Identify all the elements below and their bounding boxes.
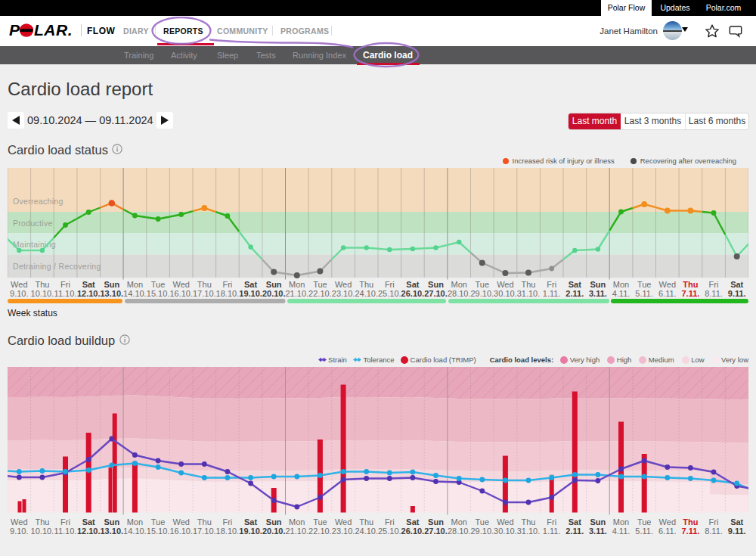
svg-text:Mon: Mon xyxy=(451,517,466,526)
svg-text:9.11.: 9.11. xyxy=(728,289,746,298)
svg-text:Fri: Fri xyxy=(60,280,70,289)
svg-text:Fri: Fri xyxy=(709,280,719,289)
svg-text:17.10.: 17.10. xyxy=(193,289,216,298)
svg-text:28.10.: 28.10. xyxy=(448,526,471,536)
svg-text:2.11.: 2.11. xyxy=(565,526,584,536)
svg-text:Sat: Sat xyxy=(244,517,257,526)
svg-text:Sat: Sat xyxy=(730,517,743,526)
svg-text:Wed: Wed xyxy=(497,517,513,526)
svg-text:Wed: Wed xyxy=(335,517,352,526)
svg-text:Tue: Tue xyxy=(476,517,490,526)
svg-text:14.10.: 14.10. xyxy=(123,526,147,536)
svg-text:30.10.: 30.10. xyxy=(494,526,517,536)
svg-text:24.10.: 24.10. xyxy=(355,526,378,536)
svg-text:Tue: Tue xyxy=(637,517,652,526)
svg-text:Sat: Sat xyxy=(244,280,257,289)
svg-text:8.11.: 8.11. xyxy=(705,526,723,536)
svg-text:18.10.: 18.10. xyxy=(216,526,240,536)
svg-text:Tue: Tue xyxy=(313,280,327,289)
svg-text:22.10.: 22.10. xyxy=(308,526,332,536)
svg-text:9.10.: 9.10. xyxy=(10,526,28,536)
svg-text:Sat: Sat xyxy=(406,280,419,289)
svg-text:Thu: Thu xyxy=(683,517,698,526)
svg-text:14.10.: 14.10. xyxy=(123,289,147,298)
svg-text:Wed: Wed xyxy=(497,280,513,289)
svg-text:2.11.: 2.11. xyxy=(565,289,584,298)
svg-text:31.10.: 31.10. xyxy=(517,526,541,536)
svg-text:20.10.: 20.10. xyxy=(262,526,286,536)
svg-text:Overreaching: Overreaching xyxy=(13,197,64,206)
svg-text:Tue: Tue xyxy=(637,280,652,289)
svg-text:27.10.: 27.10. xyxy=(424,526,448,536)
svg-text:Thu: Thu xyxy=(522,517,536,526)
svg-text:11.10.: 11.10. xyxy=(54,526,77,536)
svg-text:21.10.: 21.10. xyxy=(286,526,309,536)
svg-text:Sat: Sat xyxy=(730,280,743,289)
svg-text:Tue: Tue xyxy=(151,517,166,526)
svg-text:9.11.: 9.11. xyxy=(728,526,746,536)
svg-text:29.10.: 29.10. xyxy=(471,526,494,536)
svg-text:16.10.: 16.10. xyxy=(169,526,193,536)
svg-text:Sat: Sat xyxy=(569,280,581,289)
svg-text:3.11.: 3.11. xyxy=(589,526,607,536)
svg-text:Tue: Tue xyxy=(151,280,166,289)
svg-text:Sun: Sun xyxy=(104,280,119,289)
svg-text:12.10.: 12.10. xyxy=(77,526,101,536)
svg-text:15.10.: 15.10. xyxy=(147,526,170,536)
svg-text:20.10.: 20.10. xyxy=(262,289,286,298)
svg-text:22.10.: 22.10. xyxy=(308,289,332,298)
svg-text:Thu: Thu xyxy=(35,517,49,526)
svg-text:23.10.: 23.10. xyxy=(332,289,355,298)
svg-text:Wed: Wed xyxy=(659,517,676,526)
svg-text:28.10.: 28.10. xyxy=(448,289,471,298)
svg-text:Thu: Thu xyxy=(197,517,212,526)
svg-text:Fri: Fri xyxy=(547,280,556,289)
svg-text:Tue: Tue xyxy=(476,280,490,289)
svg-text:13.10.: 13.10. xyxy=(101,526,124,536)
svg-text:Sun: Sun xyxy=(590,517,606,526)
svg-text:Wed: Wed xyxy=(11,517,27,526)
svg-text:7.11.: 7.11. xyxy=(681,289,699,298)
svg-text:24.10.: 24.10. xyxy=(355,289,378,298)
svg-text:Sun: Sun xyxy=(104,517,119,526)
svg-text:Fri: Fri xyxy=(222,517,232,526)
svg-text:4.11.: 4.11. xyxy=(612,289,631,298)
svg-text:Fri: Fri xyxy=(385,517,395,526)
svg-text:Sun: Sun xyxy=(590,280,606,289)
svg-text:21.10.: 21.10. xyxy=(286,289,309,298)
svg-text:7.11.: 7.11. xyxy=(681,526,699,536)
svg-text:Thu: Thu xyxy=(522,280,536,289)
svg-text:Mon: Mon xyxy=(127,280,143,289)
svg-text:Wed: Wed xyxy=(172,517,189,526)
svg-text:18.10.: 18.10. xyxy=(216,289,240,298)
svg-text:Sat: Sat xyxy=(569,517,581,526)
svg-text:Mon: Mon xyxy=(613,280,629,289)
svg-text:25.10.: 25.10. xyxy=(378,289,401,298)
svg-text:13.10.: 13.10. xyxy=(101,289,124,298)
svg-text:Sun: Sun xyxy=(428,280,444,289)
svg-text:31.10.: 31.10. xyxy=(517,289,541,298)
svg-text:Sun: Sun xyxy=(266,517,282,526)
svg-text:Mon: Mon xyxy=(289,517,305,526)
svg-text:16.10.: 16.10. xyxy=(169,289,193,298)
svg-text:5.11.: 5.11. xyxy=(635,289,653,298)
svg-text:15.10.: 15.10. xyxy=(147,289,170,298)
svg-text:Detraining / Recovering: Detraining / Recovering xyxy=(13,262,101,271)
svg-text:P: P xyxy=(9,22,20,39)
svg-text:29.10.: 29.10. xyxy=(471,289,494,298)
svg-text:Sat: Sat xyxy=(82,280,95,289)
svg-text:30.10.: 30.10. xyxy=(494,289,517,298)
svg-text:25.10.: 25.10. xyxy=(378,526,401,536)
svg-text:Mon: Mon xyxy=(289,280,305,289)
svg-text:19.10.: 19.10. xyxy=(239,526,262,536)
svg-text:Wed: Wed xyxy=(335,280,352,289)
svg-text:4.11.: 4.11. xyxy=(612,526,631,536)
svg-text:27.10.: 27.10. xyxy=(424,289,448,298)
svg-text:12.10.: 12.10. xyxy=(77,289,101,298)
svg-text:Mon: Mon xyxy=(127,517,143,526)
svg-text:Sun: Sun xyxy=(428,517,444,526)
svg-text:1.11.: 1.11. xyxy=(543,526,561,536)
svg-text:Thu: Thu xyxy=(197,280,212,289)
svg-text:Fri: Fri xyxy=(547,517,556,526)
svg-text:9.10.: 9.10. xyxy=(10,289,28,298)
